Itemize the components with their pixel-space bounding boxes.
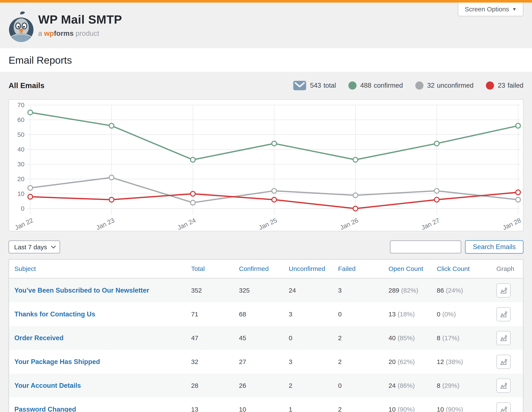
svg-text:40: 40 [17,146,24,153]
email-subject-link[interactable]: Your Package Has Shipped [14,358,191,366]
svg-text:20: 20 [17,175,24,183]
search-group: Search Emails [390,240,523,254]
svg-text:30: 30 [17,161,24,168]
unconfirmed-cell: 1 [289,406,338,412]
total-cell: 352 [191,287,239,294]
legend-value: 23 [498,82,505,89]
legend-value: 32 [427,82,434,89]
line-chart-icon [499,358,508,366]
legend-item-total: 543 total [293,81,336,91]
failed-cell: 2 [338,406,389,412]
line-chart-icon [499,310,508,318]
email-subject-link[interactable]: Your Account Details [14,382,191,390]
email-subject-link[interactable]: You’ve Been Subscribed to Our Newsletter [14,287,191,294]
svg-text:70: 70 [17,101,24,109]
column-header-total[interactable]: Total [191,265,239,273]
table-row: Your Package Has Shipped 32 27 3 2 20(62… [9,350,523,374]
column-header-subject[interactable]: Subject [14,265,191,273]
failed-cell: 3 [338,287,389,294]
table-header-row: Subject Total Confirmed Unconfirmed Fail… [9,260,523,278]
search-input[interactable] [390,240,461,253]
click-count-cell: 86(24%) [437,287,496,294]
top-accent-bar [0,0,532,3]
legend-label: failed [508,82,523,89]
confirmed-cell: 26 [239,382,289,389]
section-title: All Emails [9,81,44,90]
click-count-cell: 12(38%) [437,358,496,366]
total-cell: 13 [191,406,239,412]
confirmed-cell: 45 [239,334,289,342]
unconfirmed-cell: 2 [289,382,338,389]
unconfirmed-cell: 3 [289,358,338,366]
line-chart-icon [499,405,508,412]
table-row: Your Account Details 28 26 2 0 24(86%) 8… [9,374,523,397]
confirmed-cell: 68 [239,311,289,318]
click-count-cell: 8(29%) [437,382,496,389]
screen-options-button[interactable]: Screen Options ▼ [458,3,523,16]
open-count-cell: 289(82%) [389,287,437,294]
envelope-icon [293,81,306,91]
total-cell: 47 [191,334,239,342]
open-count-cell: 20(62%) [389,358,437,366]
column-header-confirmed[interactable]: Confirmed [239,265,289,273]
open-count-cell: 24(86%) [389,382,437,389]
row-graph-button[interactable] [496,355,511,369]
email-subject-link[interactable]: Password Changed [14,406,191,412]
failed-dot-icon [486,82,494,90]
row-graph-button[interactable] [496,331,511,345]
confirmed-cell: 10 [239,406,289,412]
unconfirmed-dot-icon [415,82,423,90]
unconfirmed-cell: 3 [289,311,338,318]
row-graph-button[interactable] [496,283,511,298]
wp-mail-smtp-logo [9,9,34,45]
summary-row: All Emails 543 total 488 confirmed 32 un… [9,72,523,99]
column-header-graph: Graph [496,265,523,273]
table-row: Thanks for Contacting Us 71 68 3 0 13(18… [9,302,523,326]
open-count-cell: 10(90%) [389,406,437,412]
email-subject-link[interactable]: Order Received [14,334,191,342]
column-header-failed[interactable]: Failed [338,265,389,273]
emails-line-chart[interactable]: 010203040506070Jan 22Jan 23Jan 24Jan 25J… [9,99,523,231]
screen-options-label: Screen Options [465,6,509,13]
svg-text:60: 60 [17,116,24,123]
row-graph-button[interactable] [496,379,511,393]
svg-text:10: 10 [17,190,24,197]
table-controls: Last 7 days Search Emails [9,240,523,254]
page-title-band: Email Reports [0,48,532,72]
legend-value: 488 [360,82,371,89]
line-chart-icon [499,286,508,294]
svg-text:Jan 25: Jan 25 [258,217,278,231]
tagline-prefix: a [38,29,42,37]
date-range-select-wrap: Last 7 days [9,240,60,253]
legend-label: confirmed [374,82,403,89]
date-range-select[interactable]: Last 7 days [9,240,60,253]
email-subject-link[interactable]: Thanks for Contacting Us [14,310,191,318]
total-cell: 71 [191,311,239,318]
table-row: You’ve Been Subscribed to Our Newsletter… [9,278,523,302]
total-cell: 32 [191,358,239,366]
app-title: WP Mail SMTP [38,12,122,26]
table-body: You’ve Been Subscribed to Our Newsletter… [9,278,523,412]
line-chart-icon [499,382,508,390]
brand-block: WP Mail SMTP a wpforms product [38,12,122,37]
legend-label: unconfirmed [437,82,474,89]
legend-item-unconfirmed: 32 unconfirmed [415,82,474,90]
failed-cell: 0 [338,311,389,318]
email-totals-legend: 543 total 488 confirmed 32 unconfirmed 2… [293,81,523,91]
svg-text:0: 0 [21,205,24,212]
click-count-cell: 0(0%) [437,311,496,318]
page-title: Email Reports [9,54,72,66]
failed-cell: 2 [338,358,389,366]
column-header-click-count[interactable]: Click Count [437,265,496,273]
legend-item-failed: 23 failed [486,82,523,90]
column-header-open-count[interactable]: Open Count [389,265,437,273]
legend-item-confirmed: 488 confirmed [348,82,403,90]
row-graph-button[interactable] [496,307,511,321]
column-header-unconfirmed[interactable]: Unconfirmed [289,265,338,273]
search-emails-button[interactable]: Search Emails [465,240,523,254]
unconfirmed-cell: 0 [289,334,338,342]
tagline-product: product [76,29,99,37]
table-row: Order Received 47 45 0 2 40(85%) 8(17%) [9,326,523,350]
failed-cell: 0 [338,382,389,389]
row-graph-button[interactable] [496,402,511,412]
